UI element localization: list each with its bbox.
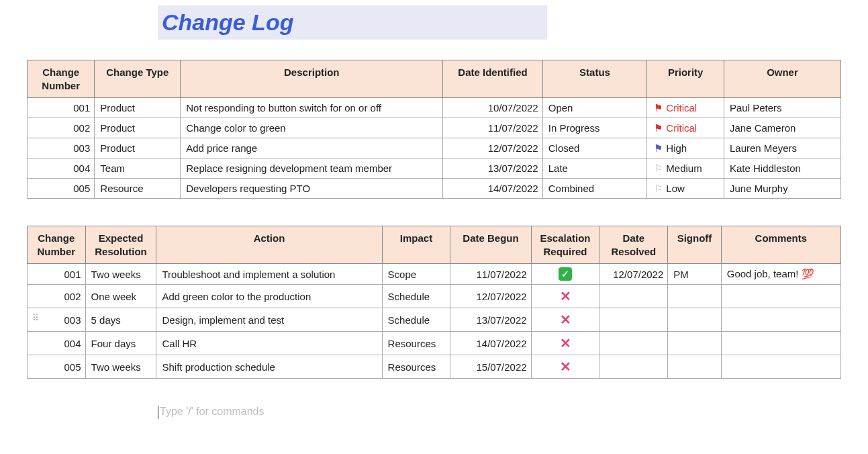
cell-date-identified[interactable]: 10/07/2022: [443, 98, 542, 118]
cell-comments[interactable]: Good job, team! 💯: [721, 264, 840, 285]
cell-comments[interactable]: [721, 308, 840, 332]
text-cursor-icon: [158, 406, 158, 419]
flag-icon: ⚑: [653, 102, 663, 114]
cell-change-number[interactable]: 001: [28, 98, 95, 118]
cell-signoff[interactable]: [668, 332, 721, 355]
cell-date-identified[interactable]: 11/07/2022: [443, 118, 542, 138]
table-row[interactable]: 005ResourceDevelopers requesting PTO14/0…: [28, 179, 841, 199]
cell-priority[interactable]: ⚑High: [647, 138, 724, 158]
cell-description[interactable]: Not responding to button switch for on o…: [181, 98, 443, 118]
cell-expected-resolution[interactable]: Two weeks: [85, 355, 156, 379]
cell-expected-resolution[interactable]: 5 days: [85, 308, 156, 332]
cell-change-number[interactable]: 004: [28, 158, 95, 179]
cell-description[interactable]: Developers requesting PTO: [181, 179, 443, 199]
table-row[interactable]: 001ProductNot responding to button switc…: [28, 98, 841, 118]
cell-priority[interactable]: ⚑Critical: [647, 98, 724, 118]
priority-label: High: [666, 142, 687, 154]
cell-owner[interactable]: June Murphy: [724, 179, 840, 199]
cell-priority[interactable]: ⚑Critical: [647, 118, 724, 138]
cell-escalation[interactable]: ✕: [531, 285, 599, 308]
cell-change-type[interactable]: Product: [95, 98, 181, 118]
cell-status[interactable]: In Progress: [542, 118, 647, 138]
cell-date-resolved[interactable]: [599, 355, 668, 379]
table-row[interactable]: 001Two weeksTroubleshoot and implement a…: [28, 264, 841, 285]
cell-change-number[interactable]: 004: [28, 332, 86, 355]
cell-date-begun[interactable]: 13/07/2022: [450, 308, 531, 332]
cell-action[interactable]: Design, implement and test: [156, 308, 382, 332]
cell-change-number[interactable]: 005: [28, 179, 95, 199]
th-signoff: Signoff: [668, 226, 721, 264]
page-title: Change Log: [158, 5, 547, 40]
cell-escalation[interactable]: ✕: [531, 355, 599, 379]
th-comments: Comments: [721, 226, 840, 264]
cell-comments[interactable]: [721, 285, 840, 308]
cell-owner[interactable]: Jane Cameron: [724, 118, 840, 138]
cell-action[interactable]: Call HR: [156, 332, 382, 355]
table-row[interactable]: 004TeamReplace resigning development tea…: [28, 158, 841, 179]
cell-change-type[interactable]: Team: [95, 158, 181, 179]
cell-impact[interactable]: Schedule: [382, 308, 450, 332]
cell-description[interactable]: Add price range: [181, 138, 443, 158]
cell-escalation[interactable]: ✕: [531, 332, 599, 355]
cell-description[interactable]: Change color to green: [181, 118, 443, 138]
cell-owner[interactable]: Lauren Meyers: [724, 138, 840, 158]
table-row[interactable]: 0035 daysDesign, implement and testSched…: [28, 308, 841, 332]
cell-change-number[interactable]: 002: [28, 118, 95, 138]
cell-priority[interactable]: ⚐Medium: [647, 158, 724, 179]
cell-date-resolved[interactable]: [599, 285, 668, 308]
cell-change-number[interactable]: 001: [28, 264, 86, 285]
cell-expected-resolution[interactable]: Four days: [85, 332, 156, 355]
cell-date-resolved[interactable]: [599, 332, 668, 355]
cell-impact[interactable]: Schedule: [382, 285, 450, 308]
cell-change-type[interactable]: Product: [95, 138, 181, 158]
table-row[interactable]: 005Two weeksShift production scheduleRes…: [28, 355, 841, 379]
cell-owner[interactable]: Paul Peters: [724, 98, 840, 118]
cell-action[interactable]: Shift production schedule: [156, 355, 382, 379]
cell-status[interactable]: Closed: [542, 138, 647, 158]
cell-signoff[interactable]: PM: [668, 264, 721, 285]
cell-signoff[interactable]: [668, 308, 721, 332]
cell-date-identified[interactable]: 14/07/2022: [443, 179, 542, 199]
cell-change-number[interactable]: 003: [28, 138, 95, 158]
cell-date-identified[interactable]: 13/07/2022: [443, 158, 542, 179]
cell-change-number[interactable]: 002: [28, 285, 86, 308]
cell-escalation[interactable]: ✕: [531, 308, 599, 332]
priority-label: Critical: [666, 122, 697, 134]
cell-signoff[interactable]: [668, 285, 721, 308]
cell-expected-resolution[interactable]: Two weeks: [85, 264, 156, 285]
cell-status[interactable]: Open: [542, 98, 647, 118]
cell-date-begun[interactable]: 12/07/2022: [450, 285, 531, 308]
cell-impact[interactable]: Resources: [382, 332, 450, 355]
cell-date-identified[interactable]: 12/07/2022: [443, 138, 542, 158]
table1-header-row: Change Number Change Type Description Da…: [28, 60, 841, 98]
cell-comments[interactable]: [721, 355, 840, 379]
cell-status[interactable]: Late: [542, 158, 647, 179]
cell-date-begun[interactable]: 11/07/2022: [450, 264, 531, 285]
cell-expected-resolution[interactable]: One week: [85, 285, 156, 308]
cell-signoff[interactable]: [668, 355, 721, 379]
cell-change-number[interactable]: 005: [28, 355, 86, 379]
cell-date-begun[interactable]: 15/07/2022: [450, 355, 531, 379]
cell-priority[interactable]: ⚐Low: [647, 179, 724, 199]
slash-command-hint[interactable]: Type '/' for commands: [158, 406, 841, 419]
flag-icon: ⚐: [653, 163, 663, 175]
cell-impact[interactable]: Resources: [382, 355, 450, 379]
table-row[interactable]: 003ProductAdd price range12/07/2022Close…: [28, 138, 841, 158]
cell-owner[interactable]: Kate Hiddleston: [724, 158, 840, 179]
table-row[interactable]: 004Four daysCall HRResources14/07/2022✕: [28, 332, 841, 355]
cell-status[interactable]: Combined: [542, 179, 647, 199]
cell-change-type[interactable]: Resource: [95, 179, 181, 199]
cell-change-type[interactable]: Product: [95, 118, 181, 138]
cell-escalation[interactable]: ✓: [531, 264, 599, 285]
cell-action[interactable]: Troubleshoot and implement a solution: [156, 264, 382, 285]
cell-date-resolved[interactable]: [599, 308, 668, 332]
cell-date-begun[interactable]: 14/07/2022: [450, 332, 531, 355]
table-row[interactable]: 002One weekAdd green color to the produc…: [28, 285, 841, 308]
cell-action[interactable]: Add green color to the production: [156, 285, 382, 308]
table-row[interactable]: 002ProductChange color to green11/07/202…: [28, 118, 841, 138]
cell-impact[interactable]: Scope: [382, 264, 450, 285]
cell-date-resolved[interactable]: 12/07/2022: [599, 264, 668, 285]
block-drag-handle-icon[interactable]: ⠿: [32, 312, 39, 323]
cell-description[interactable]: Replace resigning development team membe…: [181, 158, 443, 179]
cell-comments[interactable]: [721, 332, 840, 355]
